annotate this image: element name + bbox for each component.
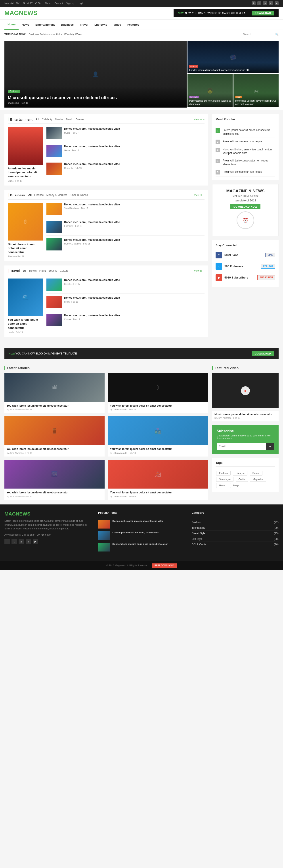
logo[interactable]: MAGNEWS	[4, 9, 37, 17]
business-tab-all[interactable]: All	[28, 193, 32, 196]
nav-travel[interactable]: Travel	[77, 20, 91, 29]
hero-main[interactable]: 👤 Business Microsoft quisque at ipsum ve…	[4, 41, 187, 107]
list-item[interactable]: Donec metus orci, malesuada et lectus vi…	[47, 162, 204, 175]
nav-business[interactable]: Business	[58, 20, 77, 29]
tag-blogs[interactable]: Blogs	[230, 483, 242, 488]
list-item[interactable]: Donec metus orci, malesuada et lectus vi…	[47, 127, 204, 142]
hero-side-bottom-left[interactable]: 👧 Lifestyle Pellentesque dui neh, pellen…	[188, 74, 233, 107]
footer-cat-item[interactable]: DIY & Crafts (16)	[192, 542, 279, 547]
pinterest-icon[interactable]: p	[263, 1, 267, 5]
tag-lifestyle[interactable]: Lifestyle	[233, 471, 247, 475]
popular-item[interactable]: 4 Proin velit justo consectetur non nequ…	[216, 157, 275, 168]
footer-facebook-icon[interactable]: f	[4, 539, 10, 544]
nav-home[interactable]: Home	[4, 20, 19, 30]
nav-news[interactable]: News	[19, 20, 32, 29]
article-card[interactable]: 💑 You wish lorem ipsum dolor sit amet co…	[108, 416, 208, 457]
list-item[interactable]: Donec metus orci, malesuada et lectus vi…	[47, 221, 204, 236]
article-card[interactable]: 🏙 You wish lorem ipsum dolor sit amet co…	[4, 373, 105, 413]
tag-streetstyle[interactable]: Streetstyle	[216, 477, 233, 482]
list-item[interactable]: Donec metus orci, malesuada et lectus vi…	[47, 238, 204, 250]
entertainment-list: Donec metus orci, malesuada et lectus vi…	[47, 127, 204, 182]
tab-movies[interactable]: Movies	[55, 118, 63, 121]
footer-post[interactable]: Suspendisse dictum enim quis imperdiet a…	[98, 542, 185, 552]
subscribe-email-input[interactable]	[217, 443, 266, 450]
travel-tab-flight[interactable]: Flight	[39, 269, 46, 272]
ad-download-button[interactable]: DOWNLOAD NOW	[230, 204, 260, 209]
banner-download-button[interactable]: DOWNLOAD	[252, 351, 274, 356]
tag-magazine[interactable]: Magazine	[250, 477, 266, 482]
nav-features[interactable]: Features	[124, 20, 142, 29]
business-tab-small[interactable]: Small Business	[69, 193, 88, 196]
footer-logo[interactable]: MAGNEWS	[4, 511, 91, 517]
hero-side-top[interactable]: 🎆 Culture London ipsum dolor sit amet, c…	[188, 41, 279, 73]
signup-link[interactable]: Sign up	[66, 2, 74, 5]
business-view-all[interactable]: View all +	[194, 194, 204, 196]
footer-youtube-icon[interactable]: ▶	[33, 539, 38, 544]
list-item[interactable]: Donec metus orci, malesuada et lectus vi…	[47, 296, 204, 311]
list-item[interactable]: Donec metus orci, malesuada et lectus vi…	[47, 203, 204, 218]
tag-news[interactable]: News	[216, 483, 228, 488]
list-item[interactable]: Donec metus orci, malesuada et lectus vi…	[47, 145, 204, 160]
footer-cat-item[interactable]: Fashion (22)	[192, 520, 279, 525]
twitter-icon: t	[216, 263, 222, 270]
list-item[interactable]: Donec metus orci, malesuada et lectus vi…	[47, 279, 204, 293]
travel-view-all[interactable]: View all +	[194, 270, 204, 272]
travel-tab-all[interactable]: All	[23, 269, 26, 272]
tab-games[interactable]: Games	[76, 118, 84, 121]
tag-crafts[interactable]: Crafts	[236, 477, 248, 482]
popular-item[interactable]: 5 Proin velit consectetur non neque	[216, 168, 275, 177]
article-card[interactable]: 📱 You wish lorem ipsum dolor sit amet co…	[4, 416, 105, 457]
tab-music[interactable]: Music	[66, 118, 73, 121]
header-download-button[interactable]: DOWNLOAD	[252, 10, 274, 16]
footer-cat-item[interactable]: Life Style (28)	[192, 536, 279, 542]
play-button[interactable]	[241, 386, 250, 395]
tab-all[interactable]: All	[36, 118, 39, 121]
nav-lifestyle[interactable]: Life Style	[91, 20, 110, 29]
tag-fashion[interactable]: Fashion	[216, 471, 231, 475]
hero-side-bottom-right[interactable]: 🏍 Sport Motorbike Vestibul in vene-natis…	[233, 74, 279, 107]
travel-tab-culture[interactable]: Culture	[60, 269, 68, 272]
facebook-like-button[interactable]: LIKE	[265, 253, 275, 257]
nav-entertainment[interactable]: Entertainment	[32, 20, 58, 29]
facebook-icon[interactable]: f	[252, 1, 256, 5]
nav-video[interactable]: Video	[110, 20, 124, 29]
entertainment-featured[interactable]: American live music lorem ipsum dolor si…	[8, 127, 43, 182]
business-tab-money[interactable]: Money & Markets	[47, 193, 67, 196]
popular-item[interactable]: 2 Proin velit consectetur non neque	[216, 138, 275, 146]
article-card[interactable]: 🌃 You wish lorem ipsum dolor sit amet co…	[4, 460, 105, 500]
article-card[interactable]: 🏂 You wish lorem ipsum dolor sit amet co…	[108, 460, 208, 500]
footer-post[interactable]: Donec metus orci, malesuada et lectus vi…	[98, 520, 185, 529]
tag-denim[interactable]: Denim	[250, 471, 262, 475]
contact-link[interactable]: Contact	[54, 2, 63, 5]
search-bar[interactable]: 🔍	[241, 32, 279, 37]
footer-vimeo-icon[interactable]: v	[26, 539, 31, 544]
footer-cat-item[interactable]: Street Style (15)	[192, 531, 279, 536]
popular-item[interactable]: 1 Lorem ipsum dolor sit amet, consectetu…	[216, 127, 275, 138]
video-card[interactable]	[212, 373, 279, 408]
business-featured[interactable]: ₿ Bitcoin lorem ipsum dolor sit amet con…	[8, 203, 43, 258]
footer-pinterest-icon[interactable]: p	[19, 539, 24, 544]
linkedin-icon[interactable]: in	[275, 1, 279, 5]
login-link[interactable]: Log in	[78, 2, 84, 5]
list-item[interactable]: Donec metus orci, malesuada et lectus vi…	[47, 314, 204, 326]
business-tab-finance[interactable]: Finance	[34, 193, 44, 196]
search-input[interactable]	[241, 32, 274, 37]
footer-twitter-icon[interactable]: t	[11, 539, 17, 544]
tab-celebrity[interactable]: Celebrity	[42, 118, 52, 121]
travel-tab-beach[interactable]: Beachs	[49, 269, 57, 272]
footer-post[interactable]: Lorem ipsum dolor sit amet, consectetur	[98, 531, 185, 540]
twitter-follow-button[interactable]: FOLLOW	[261, 264, 275, 269]
twitter-icon[interactable]: t	[257, 1, 261, 5]
youtube-subscribe-button[interactable]: SUBSCRIBE	[257, 275, 275, 280]
article-card[interactable]: ₿ You wish lorem ipsum dolor sit amet co…	[108, 373, 208, 413]
vimeo-icon[interactable]: v	[269, 1, 273, 5]
entertainment-view-all[interactable]: View all +	[194, 118, 204, 121]
footer-download-button[interactable]: FREE DOWNLOAD	[152, 563, 177, 568]
travel-featured[interactable]: 🌊 You wish lorem ipsum dolor sit amet co…	[8, 279, 43, 334]
popular-item[interactable]: 3 Nunc vestibulum, enim vitae condimentu…	[216, 146, 275, 157]
travel-tab-hotels[interactable]: Hotels	[29, 269, 37, 272]
about-link[interactable]: About	[45, 2, 51, 5]
search-icon[interactable]: 🔍	[275, 33, 279, 36]
footer-cat-item[interactable]: Technology (29)	[192, 525, 279, 531]
subscribe-submit-button[interactable]: →	[266, 443, 274, 450]
